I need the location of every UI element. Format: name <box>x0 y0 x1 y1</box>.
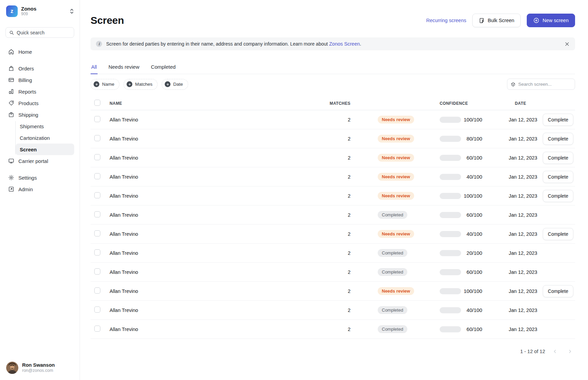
table-row: Allan Trevino2Needs review40/100Jan 12, … <box>91 167 575 186</box>
row-date: Jan 12, 2023 <box>482 155 543 161</box>
row-checkbox[interactable] <box>94 307 100 313</box>
bar-chart-icon <box>8 88 14 95</box>
row-date: Jan 12, 2023 <box>482 327 543 332</box>
row-checkbox[interactable] <box>94 326 100 332</box>
chevron-right-icon[interactable] <box>565 346 575 357</box>
column-header-name: NAME <box>110 101 312 106</box>
plus-icon <box>94 81 99 87</box>
row-checkbox[interactable] <box>94 211 100 217</box>
cube-icon <box>511 82 516 87</box>
sidebar-item-cartonization[interactable]: Cartonization <box>16 132 74 144</box>
complete-button[interactable]: Complete <box>543 285 573 297</box>
complete-button[interactable]: Complete <box>543 152 573 164</box>
row-checkbox[interactable] <box>94 249 100 255</box>
row-checkbox[interactable] <box>94 135 100 141</box>
status-tabs: All Needs review Completed <box>91 62 575 74</box>
column-header-date: DATE <box>482 101 543 106</box>
sidebar-item-settings[interactable]: Settings <box>5 172 74 183</box>
confidence-bar <box>440 212 461 218</box>
complete-button[interactable]: Complete <box>543 228 573 240</box>
sidebar-item-products[interactable]: Products <box>5 97 74 109</box>
sidebar-item-admin[interactable]: Admin <box>5 183 74 195</box>
row-name: Allan Trevino <box>110 136 312 142</box>
row-checkbox[interactable] <box>94 173 100 179</box>
table-search-input[interactable] <box>518 82 571 87</box>
recurring-screens-link[interactable]: Recurring screens <box>426 18 467 23</box>
gear-icon <box>8 175 14 181</box>
avatar <box>6 362 18 374</box>
row-name: Allan Trevino <box>110 117 312 122</box>
complete-button[interactable]: Complete <box>543 190 573 202</box>
row-matches: 2 <box>312 327 350 332</box>
confidence-score: 40/100 <box>461 307 482 313</box>
complete-button[interactable]: Complete <box>543 114 573 126</box>
external-link-icon <box>8 186 14 192</box>
table-search[interactable] <box>507 79 575 90</box>
table-body: Allan Trevino2Needs review100/100Jan 12,… <box>91 110 575 339</box>
sidebar-item-label: Settings <box>18 175 37 181</box>
status-badge: Needs review <box>378 287 414 295</box>
sidebar-item-home[interactable]: Home <box>5 46 74 57</box>
tab-all[interactable]: All <box>91 62 98 74</box>
row-checkbox[interactable] <box>94 287 100 294</box>
status-badge: Completed <box>378 211 407 219</box>
sidebar-item-orders[interactable]: Orders <box>5 63 74 74</box>
chevron-left-icon[interactable] <box>550 346 560 357</box>
column-header-confidence: CONFIDENCE <box>440 101 482 106</box>
close-icon[interactable] <box>565 42 570 47</box>
row-checkbox[interactable] <box>94 268 100 275</box>
tab-completed[interactable]: Completed <box>150 62 177 74</box>
sidebar-item-label: Billing <box>18 77 32 83</box>
sidebar-item-carrier-portal[interactable]: Carrier portal <box>5 155 74 167</box>
row-checkbox[interactable] <box>94 116 100 122</box>
confidence-bar <box>440 193 461 199</box>
row-date: Jan 12, 2023 <box>482 174 543 180</box>
confidence-bar <box>440 326 461 332</box>
status-badge: Needs review <box>378 230 414 238</box>
new-screen-button[interactable]: New screen <box>527 14 575 27</box>
row-checkbox[interactable] <box>94 192 100 198</box>
app-window: z Zonos 909 Home Orders B <box>0 0 588 380</box>
user-menu[interactable]: Ron Swanson ron@zonos.com <box>5 360 74 374</box>
sidebar-item-shipments[interactable]: Shipments <box>16 120 74 132</box>
main-content: Screen Recurring screens Bulk Screen New… <box>80 0 588 380</box>
select-all-checkbox[interactable] <box>94 100 100 106</box>
complete-button[interactable]: Complete <box>543 133 573 145</box>
complete-button[interactable]: Complete <box>543 171 573 183</box>
confidence-score: 40/100 <box>461 231 482 237</box>
quick-search[interactable] <box>5 27 74 38</box>
row-name: Allan Trevino <box>110 327 312 332</box>
confidence-score: 60/100 <box>461 326 482 332</box>
filter-name-chip[interactable]: Name <box>91 79 119 90</box>
table-row: Allan Trevino2Needs review60/100Jan 12, … <box>91 148 575 167</box>
sidebar-item-reports[interactable]: Reports <box>5 86 74 97</box>
sidebar-item-label: Carrier portal <box>18 158 48 164</box>
row-checkbox[interactable] <box>94 230 100 236</box>
status-badge: Needs review <box>378 192 414 200</box>
confidence-score: 60/100 <box>461 269 482 275</box>
sidebar-item-billing[interactable]: Billing <box>5 74 74 86</box>
filter-matches-chip[interactable]: Matches <box>124 79 158 90</box>
sidebar-item-label: Screen <box>20 147 37 152</box>
row-checkbox[interactable] <box>94 154 100 160</box>
row-matches: 2 <box>312 269 350 275</box>
quick-search-input[interactable] <box>17 30 70 35</box>
sidebar-item-label: Cartonization <box>20 135 50 141</box>
table-row: Allan Trevino2Needs review100/100Jan 12,… <box>91 186 575 205</box>
org-switcher[interactable]: z Zonos 909 <box>5 5 74 17</box>
row-name: Allan Trevino <box>110 269 312 275</box>
status-badge: Completed <box>378 306 407 314</box>
bulk-screen-button[interactable]: Bulk Screen <box>472 14 521 27</box>
tab-needs-review[interactable]: Needs review <box>108 62 140 74</box>
table-row: Allan Trevino2Completed40/100Jan 12, 202… <box>91 301 575 320</box>
row-date: Jan 12, 2023 <box>482 117 543 122</box>
org-expand-icon[interactable] <box>69 9 74 14</box>
row-matches: 2 <box>312 288 350 294</box>
table-row: Allan Trevino2Completed60/100Jan 12, 202… <box>91 263 575 282</box>
sidebar-item-shipping[interactable]: Shipping <box>5 109 74 120</box>
sidebar-item-screen[interactable]: Screen <box>16 144 74 155</box>
filter-date-chip[interactable]: Date <box>162 79 188 90</box>
row-name: Allan Trevino <box>110 231 312 237</box>
user-email: ron@zonos.com <box>22 368 55 373</box>
zonos-screen-link[interactable]: Zonos Screen <box>329 41 360 47</box>
